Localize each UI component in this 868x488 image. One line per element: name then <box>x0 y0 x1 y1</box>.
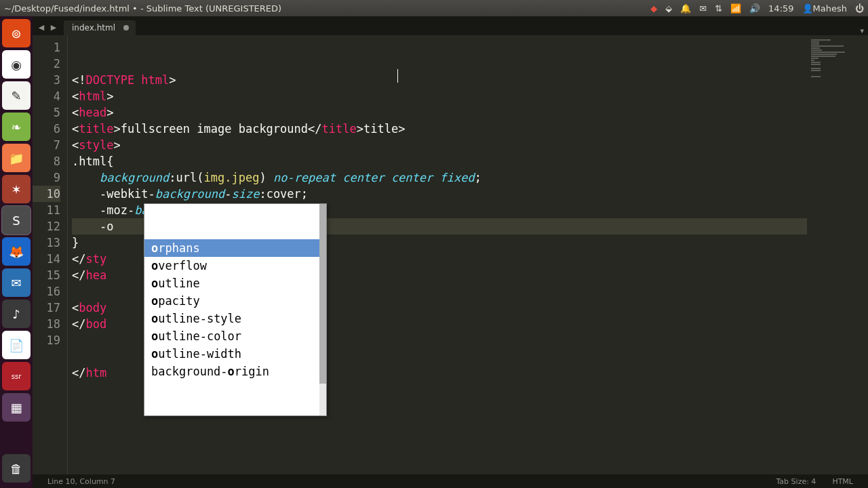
launcher-midori[interactable]: ❧ <box>2 113 31 141</box>
autocomplete-item[interactable]: outline <box>144 274 326 292</box>
launcher-rhythmbox[interactable]: ♪ <box>2 300 31 328</box>
tab-overflow-icon[interactable]: ▾ <box>856 26 868 35</box>
line-number: 8 <box>33 153 60 169</box>
sublime-text-window: ◀ ▶ index.html ▾ 12345678910111213141516… <box>33 16 868 488</box>
dirty-indicator-icon <box>123 25 129 30</box>
tab-next-icon[interactable]: ▶ <box>47 19 60 35</box>
dropbox-icon[interactable]: ⬙ <box>665 3 672 14</box>
launcher-ssr[interactable]: ssr <box>2 362 31 390</box>
code-content[interactable]: <!DOCTYPE html><html><head><title>fullsc… <box>68 35 868 474</box>
line-number: 17 <box>33 300 60 316</box>
launcher-sublime[interactable]: S <box>2 206 31 235</box>
launcher-workspace[interactable]: ▦ <box>2 393 31 422</box>
launcher-trash[interactable]: 🗑 <box>2 454 31 483</box>
tab-bar: ◀ ▶ index.html ▾ <box>33 16 868 35</box>
line-number: 13 <box>33 235 60 251</box>
autocomplete-item[interactable]: overflow <box>144 257 326 274</box>
tab-prev-icon[interactable]: ◀ <box>35 19 47 35</box>
text-cursor <box>397 69 398 83</box>
system-tray: ◆ ⬙ 🔔 ✉ ⇅ 📶 🔊 14:59 👤 Mahesh ⏻ <box>650 3 864 14</box>
tab-label: index.html <box>72 23 115 33</box>
code-line[interactable]: background:url(img.jpeg) no-repeat cente… <box>72 169 868 186</box>
volume-icon[interactable]: 🔊 <box>749 3 760 14</box>
autocomplete-item[interactable]: background-origin <box>144 363 326 380</box>
code-line[interactable]: <html> <box>72 88 868 104</box>
launcher-gedit[interactable]: ✎ <box>2 81 31 110</box>
autocomplete-item[interactable]: outline-color <box>144 327 326 345</box>
mail-icon[interactable]: ✉ <box>699 3 707 14</box>
status-tabsize[interactable]: Tab Size: 4 <box>768 477 824 486</box>
autocomplete-item[interactable]: orphans <box>144 239 326 257</box>
line-number: 2 <box>33 56 60 72</box>
editor-area[interactable]: 12345678910111213141516171819 <!DOCTYPE … <box>33 35 868 474</box>
clock[interactable]: 14:59 <box>768 3 793 14</box>
autocomplete-item[interactable]: opacity <box>144 292 326 310</box>
autocomplete-scrollbar[interactable] <box>319 204 326 415</box>
unity-launcher: ⊚◉✎❧📁✶S🦊✉♪📄ssr▦🗑 <box>0 16 33 488</box>
line-number: 3 <box>33 72 60 88</box>
line-number: 7 <box>33 137 60 153</box>
launcher-files[interactable]: 📁 <box>2 144 31 172</box>
network-icon[interactable]: ⇅ <box>715 3 722 14</box>
autocomplete-item[interactable]: outline-style <box>144 310 326 327</box>
window-title: ~/Desktop/Fused/index.html • - Sublime T… <box>4 3 650 14</box>
autocomplete-item[interactable]: outline-width <box>144 345 326 363</box>
line-number: 4 <box>33 88 60 104</box>
line-number: 5 <box>33 104 60 121</box>
scrollbar-thumb[interactable] <box>319 204 326 384</box>
bell-icon[interactable]: 🔔 <box>680 3 691 14</box>
minimap[interactable] <box>807 35 868 474</box>
status-position[interactable]: Line 10, Column 7 <box>39 477 123 486</box>
launcher-chrome[interactable]: ◉ <box>2 50 31 79</box>
code-line[interactable]: -webkit-background-size:cover; <box>72 186 868 202</box>
line-number: 15 <box>33 267 60 283</box>
user-menu[interactable]: 👤 Mahesh <box>802 3 847 14</box>
launcher-firefox[interactable]: 🦊 <box>2 237 31 266</box>
line-number: 16 <box>33 283 60 300</box>
line-number-gutter: 12345678910111213141516171819 <box>33 35 68 474</box>
autocomplete-popup[interactable]: orphansoverflowoutlineopacityoutline-sty… <box>144 203 327 416</box>
system-menubar: ~/Desktop/Fused/index.html • - Sublime T… <box>0 0 868 16</box>
line-number: 11 <box>33 202 60 218</box>
code-line[interactable]: <head> <box>72 104 868 121</box>
code-line[interactable]: <title>fullscreen image background</titl… <box>72 121 868 137</box>
line-number: 18 <box>33 316 60 332</box>
launcher-thunderbird[interactable]: ✉ <box>2 268 31 297</box>
line-number: 9 <box>33 169 60 186</box>
line-number: 14 <box>33 251 60 267</box>
code-line[interactable]: <!DOCTYPE html> <box>72 72 868 88</box>
line-number: 19 <box>33 332 60 348</box>
code-line[interactable]: .html{ <box>72 153 868 169</box>
line-number: 6 <box>33 121 60 137</box>
code-line[interactable]: <style> <box>72 137 868 153</box>
power-icon[interactable]: ⏻ <box>855 3 864 14</box>
wifi-icon[interactable]: 📶 <box>730 3 741 14</box>
line-number: 10 <box>33 186 60 202</box>
indicator-icon[interactable]: ◆ <box>650 3 657 14</box>
status-bar: Line 10, Column 7 Tab Size: 4 HTML <box>33 474 868 488</box>
launcher-software[interactable]: ✶ <box>2 175 31 203</box>
launcher-dash[interactable]: ⊚ <box>2 19 31 47</box>
launcher-libreoffice[interactable]: 📄 <box>2 331 31 359</box>
file-tab[interactable]: index.html <box>64 20 136 35</box>
status-syntax[interactable]: HTML <box>824 477 861 486</box>
line-number: 1 <box>33 39 60 56</box>
line-number: 12 <box>33 218 60 235</box>
